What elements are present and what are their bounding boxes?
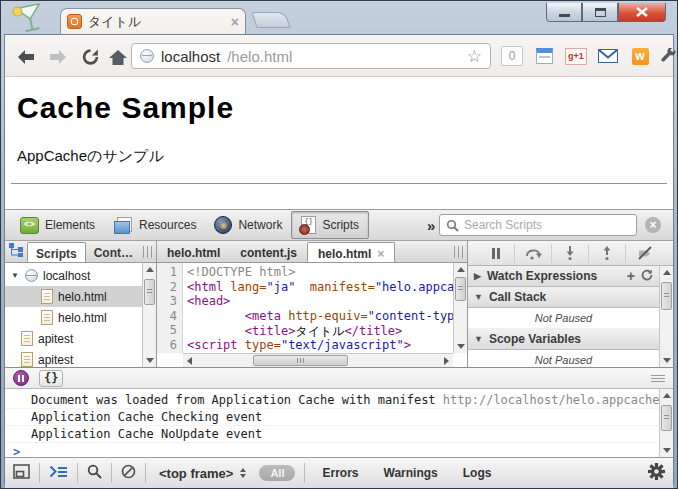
- console-prompt[interactable]: >: [5, 443, 659, 457]
- google-plus-one-icon: g+1: [565, 48, 587, 65]
- console-scrollbar[interactable]: [659, 389, 673, 457]
- tab-close-icon[interactable]: ×: [377, 247, 384, 261]
- resize-grip-icon[interactable]: [651, 375, 665, 382]
- back-button[interactable]: [13, 47, 39, 67]
- home-button[interactable]: [105, 47, 131, 67]
- console-search-button[interactable]: [87, 464, 102, 483]
- devtools-tab-elements[interactable]: Elements: [11, 211, 104, 239]
- expanded-arrow-icon[interactable]: ▼: [474, 334, 483, 344]
- browser-tab[interactable]: タイトル ×: [60, 8, 246, 34]
- devtools-tab-scripts[interactable]: Scripts: [291, 211, 369, 239]
- calendar-extension-button[interactable]: [533, 46, 555, 66]
- w-extension-button[interactable]: w: [629, 46, 651, 66]
- expander-icon[interactable]: ▼: [11, 271, 20, 280]
- forward-button[interactable]: [45, 47, 71, 67]
- code-segment: </title>: [345, 324, 403, 338]
- step-into-button[interactable]: [552, 244, 589, 263]
- sidebar-scrollbar[interactable]: [142, 263, 156, 367]
- plus-one-extension-button[interactable]: g+1: [565, 46, 587, 66]
- editor-horizontal-scrollbar[interactable]: [183, 353, 453, 367]
- code-line[interactable]: 5 <title>タイトル</title>: [157, 323, 453, 338]
- filter-errors-button[interactable]: Errors: [314, 466, 366, 480]
- debugger-scrollbar[interactable]: [659, 266, 673, 367]
- tree-item[interactable]: apitest: [5, 328, 142, 349]
- scroll-down-icon[interactable]: [663, 358, 671, 363]
- counter-badge[interactable]: 0: [501, 46, 523, 66]
- editor-vertical-scrollbar[interactable]: [453, 263, 467, 353]
- scroll-up-icon[interactable]: [663, 393, 671, 398]
- filter-warnings-button[interactable]: Warnings: [376, 466, 446, 480]
- code-line[interactable]: 3<head>: [157, 294, 453, 309]
- deactivate-breakpoints-button[interactable]: [626, 244, 663, 263]
- tree-item[interactable]: apitest: [5, 349, 142, 367]
- scroll-up-icon[interactable]: [457, 267, 465, 272]
- dock-button[interactable]: [13, 464, 30, 483]
- collapsed-arrow-icon[interactable]: ▶: [474, 271, 481, 281]
- clear-icon: [121, 464, 136, 479]
- pause-on-exceptions-button[interactable]: [13, 370, 29, 386]
- new-tab-button[interactable]: [251, 12, 290, 28]
- step-over-button[interactable]: [515, 244, 552, 263]
- gmail-extension-button[interactable]: [597, 46, 619, 66]
- scroll-up-icon[interactable]: [146, 267, 154, 272]
- grip-icon[interactable]: [454, 246, 464, 258]
- pretty-print-button[interactable]: {}: [39, 370, 63, 387]
- refresh-watch-icon[interactable]: [641, 269, 653, 284]
- code-line[interactable]: 1<!DOCTYPE html>: [157, 265, 453, 280]
- scroll-left-icon[interactable]: [187, 357, 192, 365]
- editor-tab-helo-html-1[interactable]: helo.html: [157, 241, 230, 262]
- bookmark-star-icon[interactable]: ☆: [467, 48, 482, 65]
- sidebar-tab-content-scripts[interactable]: Cont…: [86, 241, 141, 262]
- frame-selector[interactable]: <top frame>: [155, 466, 250, 481]
- editor-tab-content-js[interactable]: content.js: [230, 241, 307, 262]
- close-button[interactable]: [618, 3, 666, 22]
- editor-tab-label: helo.html: [167, 246, 220, 260]
- step-out-button[interactable]: [589, 244, 626, 263]
- devtools-tab-resources[interactable]: Resources: [104, 211, 205, 239]
- tab-close-icon[interactable]: ×: [231, 15, 239, 29]
- debugger-controls: [468, 241, 673, 266]
- filter-logs-button[interactable]: Logs: [455, 466, 500, 480]
- line-number: 2: [157, 280, 183, 295]
- grip-icon[interactable]: [143, 246, 153, 258]
- navigator-tree-icon[interactable]: [8, 242, 24, 262]
- devtools-close-icon[interactable]: [645, 217, 661, 233]
- wrench-menu-button[interactable]: [657, 46, 678, 66]
- console-toggle-button[interactable]: [49, 464, 68, 482]
- devtools-tab-network[interactable]: Network: [205, 211, 291, 239]
- minimize-button[interactable]: [546, 3, 582, 22]
- search-field[interactable]: [439, 214, 637, 236]
- pause-button[interactable]: [478, 244, 515, 263]
- doc-icon: [21, 331, 33, 346]
- scroll-down-icon[interactable]: [146, 358, 154, 363]
- gmail-envelope-icon: [598, 49, 618, 63]
- watch-expressions-section[interactable]: ▶ Watch Expressions +: [468, 266, 659, 287]
- call-stack-section[interactable]: ▼ Call Stack: [468, 287, 659, 308]
- tree-item[interactable]: ▼localhost: [5, 265, 142, 286]
- tree-item[interactable]: helo.html: [5, 307, 142, 328]
- editor-tab-helo-html-2[interactable]: helo.html ×: [307, 242, 395, 262]
- sidebar-tab-scripts[interactable]: Scripts: [27, 242, 86, 262]
- scroll-down-icon[interactable]: [457, 344, 465, 349]
- settings-button[interactable]: [648, 463, 665, 484]
- scope-variables-section[interactable]: ▼ Scope Variables: [468, 329, 659, 350]
- search-input[interactable]: [464, 218, 630, 232]
- expanded-arrow-icon[interactable]: ▼: [474, 292, 483, 302]
- overflow-chevron-icon[interactable]: »: [427, 217, 435, 234]
- clear-console-button[interactable]: [121, 464, 136, 483]
- tree-item[interactable]: helo.html: [5, 286, 142, 307]
- code-line[interactable]: 4 <meta http-equiv="content-type": [157, 309, 453, 324]
- address-bar[interactable]: localhost /helo.html ☆: [131, 43, 491, 69]
- scroll-up-icon[interactable]: [663, 270, 671, 275]
- maximize-button[interactable]: [582, 3, 618, 22]
- scroll-down-icon[interactable]: [663, 448, 671, 453]
- debugger-sections: ▶ Watch Expressions + ▼ Call Stack Not P…: [468, 266, 659, 367]
- add-watch-icon[interactable]: +: [627, 268, 635, 284]
- filter-all-button[interactable]: All: [259, 465, 295, 481]
- code-line[interactable]: 6<script type="text/javascript">: [157, 338, 453, 353]
- reload-button[interactable]: [77, 47, 103, 67]
- code-line[interactable]: 2<html lang="ja" manifest="helo.appcache: [157, 280, 453, 295]
- console-message-url[interactable]: http://localhost/helo.appcache: [443, 393, 659, 407]
- scroll-right-icon[interactable]: [444, 357, 449, 365]
- tree-item-label: localhost: [43, 269, 90, 283]
